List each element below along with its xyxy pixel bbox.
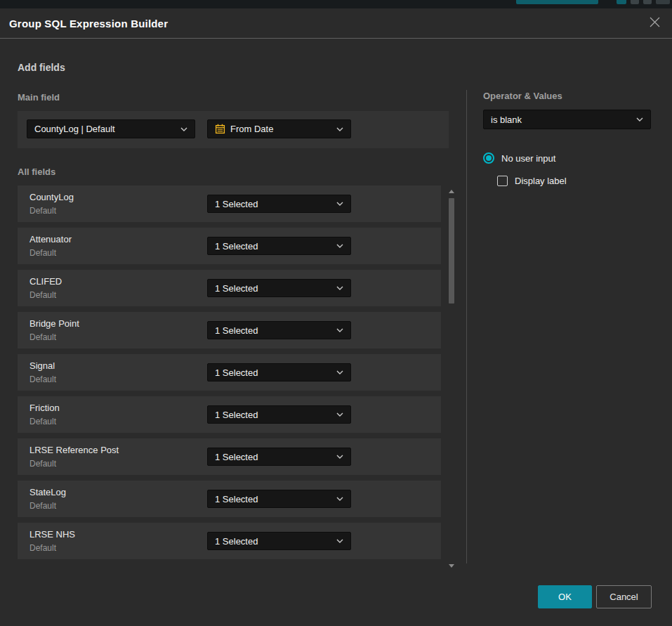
display-label-checkbox[interactable]: Display label (497, 176, 567, 186)
field-row-selected-dropdown[interactable]: 1 Selected (207, 237, 351, 255)
field-row-name: Signal (29, 360, 55, 371)
chevron-down-icon (180, 127, 187, 131)
field-row: StateLog Default 1 Selected (18, 481, 441, 517)
field-row-name: StateLog (29, 487, 66, 497)
display-label-label: Display label (515, 176, 567, 186)
field-row: CountyLog Default 1 Selected (18, 185, 441, 222)
chevron-down-icon (336, 455, 343, 459)
background-toolbar-fragment (631, 0, 639, 4)
field-row-name: LRSE NHS (29, 529, 75, 540)
field-row-selected-value: 1 Selected (215, 536, 258, 547)
chevron-down-icon (336, 497, 343, 501)
field-row-selected-dropdown[interactable]: 1 Selected (207, 405, 351, 424)
main-field-source-dropdown[interactable]: CountyLog | Default (27, 119, 195, 138)
scrollbar-up-arrow[interactable] (449, 190, 454, 193)
field-row-name: LRSE Reference Post (29, 445, 119, 455)
field-row-selected-dropdown[interactable]: 1 Selected (207, 448, 351, 466)
chevron-down-icon (636, 117, 643, 122)
scrollbar-thumb[interactable] (449, 198, 454, 304)
field-row-selected-value: 1 Selected (215, 283, 258, 294)
all-fields-list: CountyLog Default 1 Selected Attenuator … (18, 185, 441, 565)
cancel-button[interactable]: Cancel (596, 585, 652, 608)
close-icon (649, 16, 661, 30)
main-field-label: Main field (18, 92, 60, 103)
main-field-field-dropdown[interactable]: From Date (207, 119, 351, 138)
dialog-title: Group SQL Expression Builder (9, 8, 168, 39)
field-row: LRSE Reference Post Default 1 Selected (18, 438, 441, 475)
chevron-down-icon (336, 328, 343, 332)
field-row-selected-value: 1 Selected (215, 241, 258, 252)
field-row-subtitle: Default (29, 248, 56, 258)
field-row-subtitle: Default (29, 459, 56, 469)
field-row-name: Bridge Point (29, 318, 79, 329)
radio-selected-icon (483, 152, 494, 164)
checkbox-unchecked-icon (497, 176, 508, 186)
field-row-name: Attenuator (29, 234, 72, 244)
panel-divider (466, 90, 467, 563)
no-user-input-label: No user input (501, 153, 555, 164)
field-row: LRSE NHS Default 1 Selected (18, 523, 441, 559)
operator-values-heading: Operator & Values (483, 91, 562, 101)
chevron-down-icon (336, 127, 343, 131)
dialog-title-bar: Group SQL Expression Builder (0, 8, 672, 39)
field-row: Signal Default 1 Selected (18, 354, 441, 391)
add-fields-heading: Add fields (18, 62, 65, 73)
operator-dropdown[interactable]: is blank (483, 110, 651, 129)
no-user-input-radio[interactable]: No user input (483, 152, 555, 164)
background-toolbar-fragment (617, 0, 626, 4)
chevron-down-icon (336, 244, 343, 248)
field-row-selected-dropdown[interactable]: 1 Selected (207, 195, 351, 213)
field-row-selected-dropdown[interactable]: 1 Selected (207, 532, 351, 550)
close-button[interactable] (645, 14, 664, 32)
operator-value: is blank (491, 115, 522, 125)
background-app-strip (0, 0, 672, 8)
field-row-selected-value: 1 Selected (215, 325, 258, 336)
ok-button[interactable]: OK (538, 585, 592, 608)
chevron-down-icon (336, 412, 343, 417)
list-scrollbar (448, 185, 455, 569)
field-row-selected-value: 1 Selected (215, 410, 258, 420)
main-field-panel: CountyLog | Default From Date (18, 111, 449, 148)
field-row-name: CountyLog (29, 192, 74, 202)
field-row-subtitle: Default (29, 543, 56, 553)
background-toolbar-fragment (643, 0, 652, 4)
scrollbar-down-arrow[interactable] (449, 564, 454, 568)
chevron-down-icon (336, 539, 343, 543)
field-row-selected-dropdown[interactable]: 1 Selected (207, 490, 351, 508)
field-row-selected-dropdown[interactable]: 1 Selected (207, 321, 351, 339)
field-row-selected-dropdown[interactable]: 1 Selected (207, 279, 351, 297)
chevron-down-icon (336, 202, 343, 206)
calendar-date-icon (215, 124, 225, 134)
field-row-selected-value: 1 Selected (215, 199, 258, 209)
main-field-field-value: From Date (230, 124, 273, 134)
field-row-subtitle: Default (29, 290, 56, 300)
group-sql-expression-builder-dialog: Group SQL Expression Builder Add fields … (0, 8, 672, 626)
field-row-name: Friction (29, 403, 60, 413)
field-row: Attenuator Default 1 Selected (18, 228, 441, 264)
main-field-source-value: CountyLog | Default (34, 124, 115, 134)
field-row: CLIFED Default 1 Selected (18, 270, 441, 306)
field-row-selected-value: 1 Selected (215, 367, 258, 378)
field-row-selected-value: 1 Selected (215, 452, 258, 462)
field-row-subtitle: Default (29, 501, 56, 511)
field-row: Friction Default 1 Selected (18, 396, 441, 433)
chevron-down-icon (336, 286, 343, 290)
field-row-subtitle: Default (29, 206, 56, 216)
field-row-subtitle: Default (29, 417, 56, 426)
chevron-down-icon (336, 370, 343, 374)
background-live-view-fragment (516, 0, 598, 4)
background-toolbar-fragment (656, 0, 670, 4)
field-row-subtitle: Default (29, 374, 56, 384)
all-fields-label: All fields (18, 167, 55, 177)
field-row-selected-value: 1 Selected (215, 494, 258, 504)
field-row-name: CLIFED (29, 276, 62, 287)
field-row: Bridge Point Default 1 Selected (18, 312, 441, 348)
field-row-subtitle: Default (29, 332, 56, 342)
field-row-selected-dropdown[interactable]: 1 Selected (207, 363, 351, 382)
